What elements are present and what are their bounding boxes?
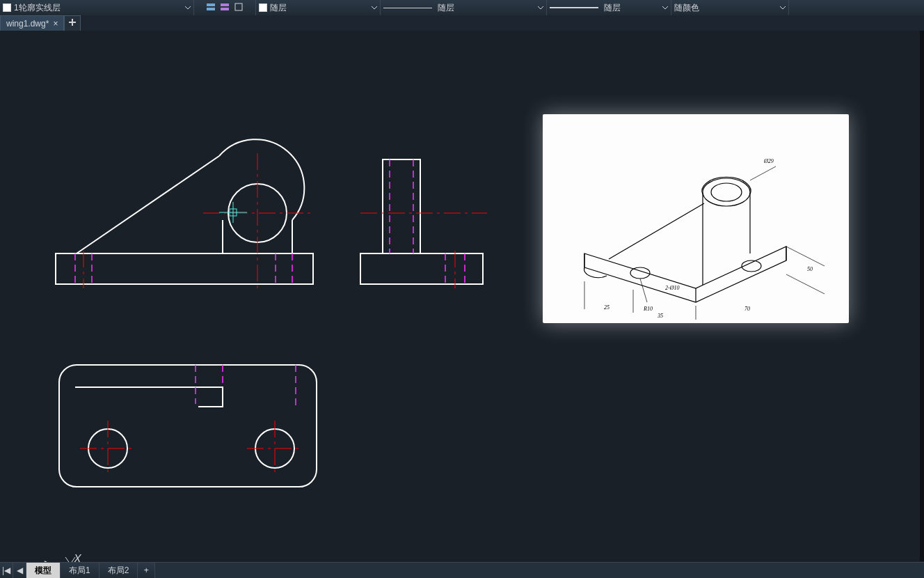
- linetype-label: 随层: [438, 2, 454, 14]
- layer-states-icon[interactable]: [220, 2, 230, 14]
- layout-tabs-bar: |◀ ◀ 模型 布局1 布局2 +: [0, 562, 924, 578]
- layer-isolate-icon[interactable]: [234, 2, 244, 14]
- svg-rect-3: [221, 8, 229, 10]
- svg-point-36: [703, 178, 750, 206]
- tab-nav-prev-button[interactable]: ◀: [13, 563, 26, 578]
- ref-dim-r: R10: [643, 306, 653, 312]
- layer-tools: [194, 0, 256, 15]
- document-tab-filename: wing1.dwg*: [6, 19, 49, 29]
- tab-layout1[interactable]: 布局1: [61, 563, 99, 578]
- plotstyle-dropdown[interactable]: 随颜色: [671, 0, 789, 15]
- tab-nav-first-button[interactable]: |◀: [0, 563, 13, 578]
- color-dropdown[interactable]: 随层: [256, 0, 381, 15]
- tab-model[interactable]: 模型: [26, 563, 61, 578]
- layer-swatch: [3, 3, 11, 12]
- chevron-down-icon: [662, 5, 668, 10]
- chevron-down-icon: [372, 5, 377, 10]
- plus-icon: [68, 18, 77, 29]
- ref-dim-dia: Ø29: [763, 158, 774, 164]
- tab-layout2[interactable]: 布局2: [99, 563, 138, 578]
- linetype-dropdown[interactable]: 随层: [381, 0, 547, 15]
- ref-dim-a: 25: [604, 304, 610, 311]
- properties-toolbar: 1轮廓实线层 随层 随层 随层 随颜色: [0, 0, 924, 16]
- document-tab[interactable]: wing1.dwg* ×: [0, 15, 64, 31]
- new-document-tab-button[interactable]: [64, 15, 81, 31]
- lineweight-dropdown[interactable]: 随层: [547, 0, 671, 15]
- add-layout-tab-button[interactable]: +: [138, 563, 155, 578]
- layer-manager-icon[interactable]: [206, 2, 216, 14]
- svg-line-43: [786, 274, 825, 294]
- svg-rect-7: [56, 253, 313, 284]
- svg-line-44: [786, 247, 825, 266]
- drawing-canvas[interactable]: 25 35 70 50 R10 Ø29 2-Ø10 X: [0, 31, 924, 561]
- reference-image: 25 35 70 50 R10 Ø29 2-Ø10: [543, 114, 849, 323]
- svg-rect-0: [207, 3, 215, 6]
- ref-dim-d: 50: [807, 266, 813, 272]
- ref-dim-b: 35: [657, 313, 663, 319]
- layer-dropdown[interactable]: 1轮廓实线层: [0, 0, 194, 15]
- lineweight-preview: [550, 7, 598, 8]
- chevron-down-icon: [538, 5, 543, 10]
- linetype-preview: [383, 8, 432, 8]
- right-panel-edge: [920, 31, 924, 561]
- chevron-down-icon: [780, 5, 786, 10]
- svg-rect-19: [383, 159, 420, 253]
- document-tabs: wing1.dwg* ×: [0, 15, 924, 31]
- lineweight-label: 随层: [604, 2, 621, 14]
- ref-dim-c: 70: [744, 306, 750, 312]
- svg-rect-4: [235, 3, 242, 10]
- plotstyle-label: 随颜色: [674, 2, 699, 14]
- svg-point-37: [711, 183, 742, 201]
- toolbar-spacer: [789, 0, 924, 15]
- layer-label: 1轮廓实线层: [14, 2, 61, 14]
- svg-line-45: [750, 166, 776, 180]
- chevron-down-icon: [185, 5, 191, 10]
- svg-rect-6: [69, 22, 76, 23]
- color-label: 随层: [270, 2, 287, 14]
- color-swatch: [259, 3, 267, 12]
- svg-rect-1: [207, 8, 215, 10]
- ref-dim-holes: 2-Ø10: [665, 285, 679, 291]
- close-icon[interactable]: ×: [53, 19, 58, 29]
- svg-rect-2: [221, 3, 229, 6]
- svg-line-46: [640, 279, 647, 302]
